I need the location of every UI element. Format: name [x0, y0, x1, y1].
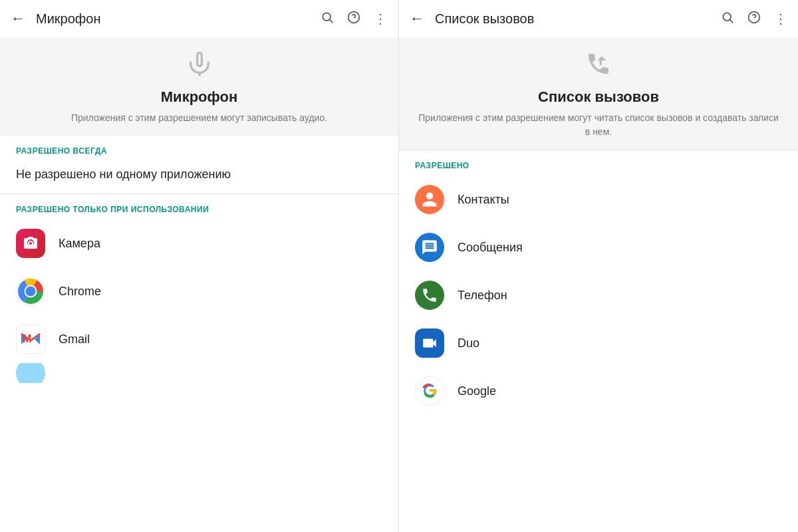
microphone-app-list: Камера: [0, 219, 398, 532]
messages-icon: [415, 233, 444, 262]
google-icon: [415, 376, 444, 406]
svg-line-1: [330, 19, 333, 23]
call-log-header-desc: Приложения с этим разрешением могут чита…: [410, 111, 787, 139]
messages-app-name: Сообщения: [458, 241, 523, 255]
topbar-icons-right: ⋮: [721, 11, 787, 27]
svg-line-10: [730, 19, 733, 23]
list-item[interactable]: Телефон: [399, 271, 798, 319]
phone-icon: [415, 281, 444, 310]
duo-icon: [415, 329, 444, 358]
call-log-app-list: Контакты Сообщения Телефон: [399, 176, 798, 532]
list-item[interactable]: M Gmail: [0, 315, 398, 363]
list-item[interactable]: Google: [399, 367, 798, 415]
microphone-header: Микрофон Приложения с этим разрешением м…: [0, 37, 398, 136]
call-log-icon: [585, 51, 612, 83]
other-app-icon: [16, 363, 45, 383]
allowed-label: РАЗРЕШЕНО: [399, 150, 798, 176]
phone-app-name: Телефон: [458, 289, 507, 303]
svg-text:M: M: [23, 333, 31, 344]
back-button-right[interactable]: ←: [410, 10, 424, 27]
list-item[interactable]: Камера: [0, 219, 398, 267]
search-icon-right[interactable]: [721, 11, 734, 27]
camera-icon: [16, 229, 45, 258]
camera-app-name: Камера: [59, 237, 100, 251]
microphone-topbar: ← Микрофон ⋮: [0, 0, 398, 37]
back-button[interactable]: ←: [11, 10, 25, 27]
microphone-icon: [186, 51, 213, 83]
call-log-header-title: Список вызовов: [538, 88, 659, 106]
svg-point-0: [323, 13, 331, 21]
list-item[interactable]: [0, 363, 398, 383]
google-app-name: Google: [458, 384, 496, 398]
svg-point-9: [723, 13, 731, 21]
more-options-icon-right[interactable]: ⋮: [774, 11, 787, 27]
gmail-icon: M: [16, 325, 45, 354]
more-options-icon[interactable]: ⋮: [374, 11, 388, 27]
no-apps-text: Не разрешено ни одному приложению: [0, 161, 398, 194]
microphone-header-title: Микрофон: [161, 88, 237, 106]
duo-app-name: Duo: [458, 336, 479, 350]
allowed-always-label: РАЗРЕШЕНО ВСЕГДА: [0, 136, 398, 161]
chrome-app-name: Chrome: [59, 285, 101, 299]
help-icon-right[interactable]: [747, 11, 761, 27]
allowed-in-use-label: РАЗРЕШЕНО ТОЛЬКО ПРИ ИСПОЛЬЗОВАНИИ: [0, 194, 398, 219]
list-item[interactable]: Сообщения: [399, 223, 798, 271]
chrome-icon: [16, 277, 45, 306]
contacts-app-name: Контакты: [458, 193, 509, 207]
microphone-header-desc: Приложения с этим разрешением могут запи…: [65, 111, 334, 125]
microphone-panel: ← Микрофон ⋮ Мик: [0, 0, 399, 532]
topbar-icons: ⋮: [321, 11, 388, 27]
search-icon[interactable]: [321, 11, 334, 27]
gmail-app-name: Gmail: [59, 332, 90, 346]
call-log-title: Список вызовов: [435, 11, 721, 27]
list-item[interactable]: Duo: [399, 319, 798, 367]
call-log-topbar: ← Список вызовов ⋮: [399, 0, 798, 37]
svg-point-6: [25, 287, 35, 297]
contacts-icon: [415, 185, 444, 214]
call-log-panel: ← Список вызовов ⋮: [399, 0, 798, 532]
microphone-title: Микрофон: [36, 11, 321, 27]
list-item[interactable]: Контакты: [399, 176, 798, 223]
call-log-header: Список вызовов Приложения с этим разреше…: [399, 37, 798, 150]
help-icon[interactable]: [347, 11, 360, 27]
list-item[interactable]: Chrome: [0, 267, 398, 315]
